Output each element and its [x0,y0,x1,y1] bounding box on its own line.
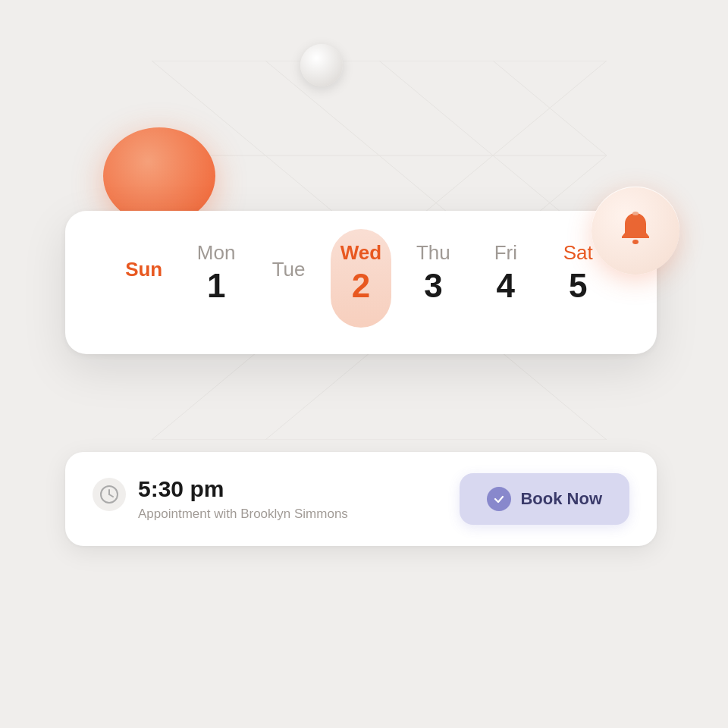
day-number-wed: 2 [352,269,370,303]
day-name-tue: Tue [272,258,306,281]
day-number-sat: 5 [569,269,587,303]
appointment-title: Appointment with Brooklyn Simmons [138,507,348,522]
clock-icon-wrap [93,478,126,511]
days-row: Sun Mon 1 Tue Wed 2 Thu 3 Fri 4 Sat [108,241,614,303]
day-number-mon: 1 [207,269,225,303]
day-name-thu: Thu [416,241,450,265]
day-cell-thu[interactable]: Thu 3 [400,241,466,303]
notification-bell-circle[interactable] [592,187,679,275]
day-cell-mon[interactable]: Mon 1 [183,241,249,303]
background-decoration [0,0,728,728]
svg-point-11 [632,240,639,244]
check-icon [487,487,511,511]
day-name-sat: Sat [563,241,593,265]
clock-icon [99,485,119,504]
day-cell-fri[interactable]: Fri 4 [472,241,539,303]
day-cell-tue[interactable]: Tue [256,258,322,286]
bell-icon [616,209,655,253]
appointment-time: 5:30 pm [138,476,348,502]
white-sphere [300,44,343,86]
appointment-card: 5:30 pm Appointment with Brooklyn Simmon… [65,452,657,546]
day-name-mon: Mon [197,241,236,265]
day-cell-sun[interactable]: Sun [111,258,177,286]
calendar-card: Sun Mon 1 Tue Wed 2 Thu 3 Fri 4 Sat [65,211,657,354]
book-now-label: Book Now [520,489,602,509]
book-now-button[interactable]: Book Now [460,473,629,525]
appointment-left: 5:30 pm Appointment with Brooklyn Simmon… [93,476,348,522]
day-name-wed: Wed [340,241,381,265]
day-name-sun: Sun [125,258,162,281]
orange-sphere [103,127,215,224]
svg-rect-12 [632,212,639,215]
day-number-thu: 3 [424,269,442,303]
day-number-fri: 4 [497,269,515,303]
appointment-info: 5:30 pm Appointment with Brooklyn Simmon… [138,476,348,522]
svg-line-15 [109,494,113,497]
day-cell-wed[interactable]: Wed 2 [328,241,394,303]
day-name-fri: Fri [494,241,517,265]
